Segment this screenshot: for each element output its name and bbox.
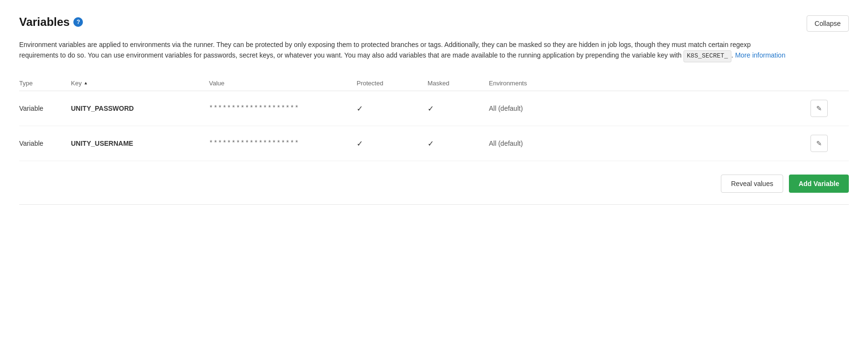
row1-value: ******************** bbox=[209, 105, 353, 112]
row1-actions: ✎ bbox=[810, 100, 849, 117]
row2-value: ******************** bbox=[209, 140, 353, 147]
key-sort-icon: ▲ bbox=[83, 81, 88, 85]
variables-section: Variables ? Collapse Environment variabl… bbox=[0, 0, 868, 339]
table-row: Variable UNITY_USERNAME ****************… bbox=[19, 126, 849, 161]
add-variable-button[interactable]: Add Variable bbox=[789, 175, 849, 193]
page-title: Variables bbox=[19, 15, 69, 29]
k8s-secret-badge: K8S_SECRET_ bbox=[683, 50, 731, 62]
col-type-header: Type bbox=[19, 80, 67, 87]
actions-row: Reveal values Add Variable bbox=[19, 175, 849, 193]
row2-type: Variable bbox=[19, 140, 67, 147]
table-header: Type Key ▲ Value Protected Masked Enviro… bbox=[19, 76, 849, 91]
row2-protected-check: ✓ bbox=[357, 139, 424, 148]
reveal-values-button[interactable]: Reveal values bbox=[721, 175, 783, 193]
row1-edit-button[interactable]: ✎ bbox=[810, 100, 828, 117]
row2-environments: All (default) bbox=[489, 140, 807, 147]
row1-type: Variable bbox=[19, 105, 67, 112]
variables-table: Type Key ▲ Value Protected Masked Enviro… bbox=[19, 76, 849, 161]
col-key-header[interactable]: Key ▲ bbox=[71, 80, 205, 87]
col-masked-header: Masked bbox=[428, 80, 485, 87]
row2-key: UNITY_USERNAME bbox=[71, 140, 205, 147]
row1-key: UNITY_PASSWORD bbox=[71, 105, 205, 112]
edit-icon: ✎ bbox=[816, 140, 822, 147]
bottom-divider bbox=[19, 204, 849, 205]
description-text-part2: . bbox=[731, 51, 735, 59]
description-text-part1: Environment variables are applied to env… bbox=[19, 41, 751, 59]
col-protected-header: Protected bbox=[357, 80, 424, 87]
row1-protected-check: ✓ bbox=[357, 104, 424, 113]
collapse-button[interactable]: Collapse bbox=[807, 15, 849, 32]
title-group: Variables ? bbox=[19, 15, 83, 29]
table-row: Variable UNITY_PASSWORD ****************… bbox=[19, 91, 849, 126]
edit-icon: ✎ bbox=[816, 105, 822, 112]
row1-masked-check: ✓ bbox=[428, 104, 485, 113]
row2-masked-check: ✓ bbox=[428, 139, 485, 148]
col-environments-header: Environments bbox=[489, 80, 807, 87]
row1-environments: All (default) bbox=[489, 105, 807, 112]
col-value-header: Value bbox=[209, 80, 353, 87]
description-text: Environment variables are applied to env… bbox=[19, 39, 786, 62]
row2-edit-button[interactable]: ✎ bbox=[810, 135, 828, 152]
header-row: Variables ? Collapse bbox=[19, 15, 849, 32]
help-icon[interactable]: ? bbox=[73, 17, 83, 27]
row2-actions: ✎ bbox=[810, 135, 849, 152]
more-information-link[interactable]: More information bbox=[735, 51, 786, 59]
